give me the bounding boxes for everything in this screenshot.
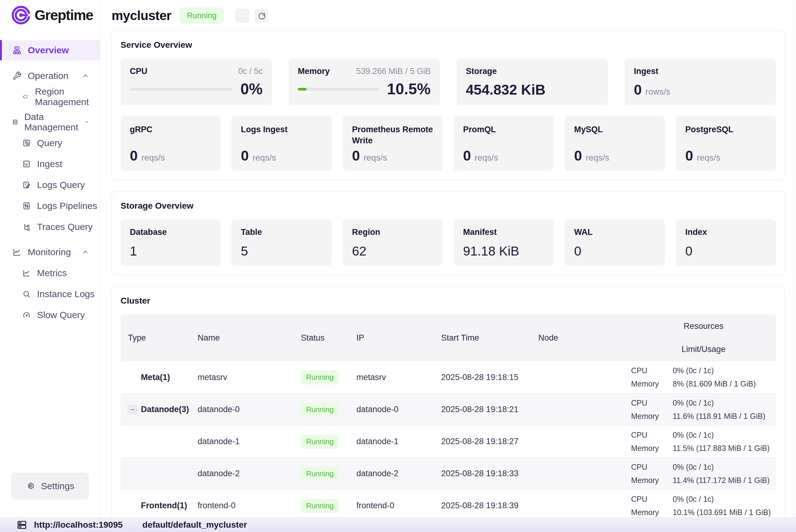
cpu-resource-label: CPU [631, 366, 673, 375]
node-name: datanode-0 [197, 405, 301, 414]
collapse-button[interactable]: − [128, 405, 137, 414]
current-database[interactable]: default/default_mycluster [143, 520, 247, 530]
sidebar-item-instance-logs[interactable]: Instance Logs [0, 284, 100, 304]
node-resources: CPU0% (0c / 1c) Memory10.1% (103.691 MiB… [631, 495, 776, 517]
server-icon [17, 520, 27, 530]
table-tile-label: Table [241, 227, 322, 237]
header-actions [235, 8, 268, 23]
node-ip: datanode-0 [356, 405, 441, 414]
table-row-datanode-0: −Datanode(3) datanode-0 Running datanode… [120, 393, 776, 425]
storage-overview-panel: Storage Overview Database 1 Table 5 Regi… [112, 191, 785, 275]
sidebar-footer: Settings [0, 473, 100, 517]
ingest-unit: rows/s [646, 87, 670, 97]
greptime-logo-icon [11, 5, 31, 25]
sidebar-item-label: Query [37, 138, 62, 148]
refresh-button[interactable] [254, 8, 268, 23]
ingest-card: Ingest 0 rows/s [625, 59, 776, 105]
limit-usage-header-label: Limit/Usage [682, 345, 726, 354]
node-name: datanode-2 [197, 469, 301, 478]
memory-resource-value: 11.5% (117.883 MiB / 1 GiB) [673, 444, 770, 453]
sidebar-item-slow-query[interactable]: Slow Query [0, 305, 100, 325]
database-tile-label: Database [130, 227, 211, 237]
node-start-time: 2025-08-28 19:18:27 [441, 437, 538, 446]
sidebar-item-traces-query[interactable]: Traces Query [0, 217, 100, 237]
node-resources: CPU0% (0c / 1c) Memory11.5% (117.883 MiB… [631, 431, 776, 453]
manifest-tile: Manifest 91.18 KiB [454, 220, 554, 266]
postgresql-value: 0 [685, 149, 693, 163]
sidebar-item-metrics[interactable]: Metrics [0, 263, 100, 283]
row-status-badge: Running [301, 370, 339, 384]
cpu-resource-value: 0% (0c / 1c) [673, 431, 714, 439]
sidebar-group-data-management[interactable]: Data Management [0, 112, 100, 132]
cpu-resource-label: CPU [631, 431, 673, 439]
search-icon [22, 290, 31, 298]
sidebar-item-query[interactable]: Query [0, 133, 100, 153]
row-status-badge: Running [301, 467, 339, 481]
cluster-panel: Cluster Type Name Status IP Start Time N… [112, 286, 785, 517]
scrollbar-gutter[interactable] [792, 0, 796, 517]
node-name: datanode-1 [197, 437, 301, 446]
refresh-icon [257, 12, 266, 20]
wrench-icon [12, 71, 22, 80]
memory-limit: 539.266 MiB / 5 GiB [356, 66, 431, 76]
logs-pipelines-icon [22, 202, 31, 210]
sidebar-item-logs-pipelines[interactable]: Logs Pipelines [0, 196, 100, 216]
service-overview-panel: Service Overview CPU 0c / 5c 0% Memory 5… [112, 31, 785, 180]
logs-ingest-value: 0 [241, 149, 249, 163]
service-metric-row: CPU 0c / 5c 0% Memory 539.266 MiB / 5 Gi… [120, 59, 776, 105]
region-tile-value: 62 [352, 245, 433, 258]
index-tile-value: 0 [685, 245, 767, 258]
node-start-time: 2025-08-28 19:18:33 [441, 469, 538, 478]
mysql-unit: reqs/s [586, 153, 609, 163]
table-row-datanode-1: datanode-1 Running datanode-1 2025-08-28… [120, 425, 776, 457]
column-header-node: Node [538, 333, 631, 343]
table-row-frontend-0: Frontend(1) frontend-0 Running frontend-… [120, 490, 776, 517]
cpu-percent: 0% [241, 81, 263, 97]
memory-card: Memory 539.266 MiB / 5 GiB 10.5% [288, 59, 440, 105]
grpc-label: gRPC [130, 124, 211, 135]
empty-icon-button[interactable] [235, 8, 249, 23]
storage-overview-title: Storage Overview [120, 201, 776, 211]
query-icon [22, 139, 31, 147]
sidebar-item-label: Logs Pipelines [37, 201, 97, 211]
memory-progress-fill [298, 88, 306, 91]
logs-query-icon [22, 180, 31, 189]
metrics-icon [22, 269, 31, 278]
database-tile-value: 1 [130, 245, 211, 258]
table-tile-value: 5 [241, 245, 322, 258]
storage-value: 454.832 KiB [466, 82, 599, 97]
wal-tile-label: WAL [574, 227, 656, 237]
prometheus-remote-write-label: Prometheus Remote Write [352, 124, 433, 147]
chevron-up-icon [84, 118, 89, 126]
endpoint-url[interactable]: http://localhost:19095 [34, 520, 123, 530]
postgresql-unit: reqs/s [697, 153, 720, 163]
resources-header-label: Resources [683, 322, 723, 331]
logs-ingest-card: Logs Ingest 0reqs/s [231, 116, 331, 171]
page-title: mycluster [112, 8, 171, 23]
node-resources: CPU0% (0c / 1c) Memory11.4% (117.172 MiB… [631, 463, 776, 485]
node-ip: metasrv [356, 373, 441, 382]
sidebar-item-label: Data Management [24, 112, 78, 133]
settings-button[interactable]: Settings [11, 473, 89, 500]
cpu-label: CPU [130, 66, 147, 76]
memory-progress-track [298, 88, 379, 91]
storage-tile-row: Database 1 Table 5 Region 62 Manifest 91… [120, 220, 776, 266]
memory-resource-label: Memory [631, 412, 673, 421]
promql-card: PromQL 0reqs/s [454, 116, 554, 171]
column-header-name: Name [197, 333, 301, 343]
sidebar-item-logs-query[interactable]: Logs Query [0, 175, 100, 195]
sidebar-group-operation[interactable]: Operation [0, 66, 100, 86]
sidebar-nav: Overview Operation Region Management Dat… [0, 30, 100, 473]
cpu-resource-label: CPU [631, 463, 673, 472]
sidebar-item-label: Overview [28, 45, 69, 56]
sidebar-item-region-management[interactable]: Region Management [0, 87, 100, 107]
database-tile: Database 1 [120, 220, 221, 266]
memory-percent: 10.5% [387, 81, 431, 97]
sidebar-item-overview[interactable]: Overview [0, 40, 100, 60]
sidebar-group-monitoring[interactable]: Monitoring [0, 242, 100, 262]
sidebar-item-ingest[interactable]: Ingest [0, 154, 100, 174]
table-row-datanode-2: datanode-2 Running datanode-2 2025-08-28… [120, 457, 776, 490]
cpu-resource-label: CPU [631, 399, 673, 407]
brand-name: Greptime [35, 7, 93, 23]
endpoint-status: http://localhost:19095 [17, 520, 123, 530]
